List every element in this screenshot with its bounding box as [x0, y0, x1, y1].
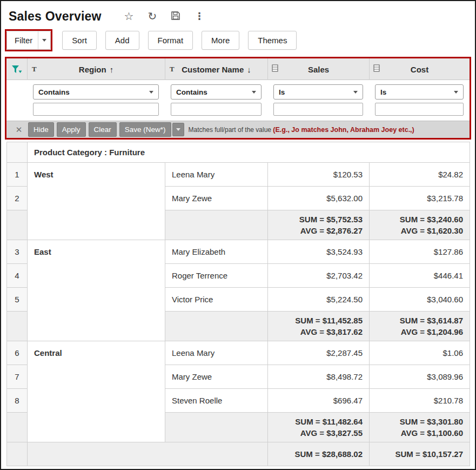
- customer-cell[interactable]: Victor Price: [165, 288, 268, 312]
- save-dropdown-button[interactable]: [172, 123, 184, 136]
- sales-cell[interactable]: $5,224.50: [268, 288, 370, 312]
- title-actions: ☆ ↻ ⋮: [124, 11, 205, 22]
- horizontal-scrollbar[interactable]: ‹: [6, 466, 475, 470]
- selected-operator: Contains: [176, 88, 207, 96]
- cost-operator-select[interactable]: Is: [375, 84, 464, 100]
- customer-cell[interactable]: Leena Mary: [165, 341, 268, 365]
- cost-cell[interactable]: $3,040.60: [370, 288, 470, 312]
- customer-cell[interactable]: Steven Roelle: [165, 389, 268, 413]
- spacer: [6, 103, 27, 116]
- cost-cell[interactable]: $3,215.78: [370, 187, 470, 210]
- chevron-down-icon: [149, 91, 153, 94]
- sort-asc-icon[interactable]: ↑: [110, 65, 114, 74]
- customer-cell[interactable]: Leena Mary: [165, 163, 268, 187]
- cost-cell[interactable]: $210.78: [370, 389, 470, 413]
- row-number-cell[interactable]: 4: [7, 264, 28, 288]
- chevron-down-icon: [353, 91, 358, 94]
- row-number-cell[interactable]: 7: [7, 365, 28, 389]
- table-row: 1WestLeena Mary$120.53$24.82: [7, 163, 470, 187]
- region-operator-select[interactable]: Contains: [33, 84, 159, 100]
- spacer: [6, 84, 27, 100]
- sales-cell[interactable]: $5,632.00: [268, 187, 370, 210]
- filter-dropdown-arrow[interactable]: [38, 31, 50, 49]
- sales-subtotal-cell: SUM = $11,482.64AVG = $3,827.55: [268, 413, 370, 442]
- star-icon[interactable]: ☆: [124, 11, 134, 22]
- cost-cell[interactable]: $3,089.96: [370, 365, 470, 389]
- row-number-cell[interactable]: 8: [7, 389, 28, 413]
- save-icon[interactable]: [171, 11, 180, 22]
- cost-cell[interactable]: $446.41: [370, 264, 470, 288]
- row-number-cell[interactable]: 6: [7, 341, 28, 365]
- numeric-column-icon: [373, 64, 380, 74]
- row-number-cell[interactable]: 2: [7, 187, 28, 210]
- row-number-cell: [7, 142, 28, 163]
- column-header-region[interactable]: T Region ↑: [27, 58, 165, 80]
- clear-button[interactable]: Clear: [89, 122, 117, 137]
- filter-button-label: Filter: [7, 31, 38, 49]
- region-cell[interactable]: West: [28, 163, 165, 240]
- chevron-down-icon: [252, 91, 256, 94]
- sales-cell[interactable]: $3,524.93: [268, 240, 370, 264]
- region-cell[interactable]: East: [28, 240, 165, 341]
- save-new-button[interactable]: Save (New*): [119, 122, 171, 137]
- themes-button[interactable]: Themes: [248, 31, 297, 50]
- column-label: Cost: [411, 65, 428, 74]
- customer-operator-select[interactable]: Contains: [171, 84, 262, 100]
- sales-cell[interactable]: $2,703.42: [268, 264, 370, 288]
- row-number-cell[interactable]: 3: [7, 240, 28, 264]
- customer-cell[interactable]: Mary Elizabeth: [165, 240, 268, 264]
- column-header-cost[interactable]: Cost: [369, 58, 470, 80]
- customer-cell[interactable]: Mary Zewe: [165, 187, 268, 210]
- selected-operator: Contains: [38, 88, 70, 96]
- scroll-left-icon[interactable]: ‹: [31, 468, 35, 470]
- region-filter-input[interactable]: [33, 103, 159, 116]
- cost-cell[interactable]: $24.82: [370, 163, 470, 187]
- close-icon[interactable]: ✕: [10, 125, 28, 135]
- filter-corner-cell[interactable]: [6, 58, 27, 80]
- sort-button[interactable]: Sort: [62, 31, 97, 50]
- customer-cell[interactable]: Mary Zewe: [165, 365, 268, 389]
- column-header-customer-name[interactable]: T Customer Name ↓: [165, 58, 267, 80]
- sales-cell[interactable]: $2,287.45: [268, 341, 370, 365]
- sales-operator-select[interactable]: Is: [273, 84, 363, 100]
- more-menu-icon[interactable]: ⋮: [195, 11, 204, 21]
- subtotal-spacer-cell: [165, 312, 268, 341]
- toolbar: Filter Sort Add Format More Themes: [1, 28, 475, 56]
- sales-cell[interactable]: $8,498.72: [268, 365, 370, 389]
- column-label: Sales: [308, 65, 329, 74]
- title-bar: Sales Overview ☆ ↻ ⋮: [1, 1, 475, 28]
- customer-cell[interactable]: Roger Terrence: [165, 264, 268, 288]
- add-button[interactable]: Add: [105, 31, 139, 50]
- filter-button[interactable]: Filter: [6, 31, 51, 50]
- filter-hint-text: Matches full/part of the value (E.g., Jo…: [189, 126, 414, 134]
- sales-filter-input[interactable]: [273, 103, 363, 116]
- apply-button[interactable]: Apply: [57, 122, 86, 137]
- sort-desc-icon[interactable]: ↓: [247, 65, 251, 74]
- sales-cell[interactable]: $120.53: [268, 163, 370, 187]
- filter-panel: T Region ↑ T Customer Name ↓ Sales: [6, 58, 470, 138]
- cost-grand-total-cell: SUM = $10,157.27: [370, 442, 470, 466]
- sales-cell[interactable]: $696.47: [268, 389, 370, 413]
- chevron-down-icon: [454, 91, 458, 94]
- grand-total-row: SUM = $28,688.02SUM = $10,157.27: [7, 442, 470, 466]
- app-window: Sales Overview ☆ ↻ ⋮ Filter Sort Add For…: [0, 0, 476, 470]
- cost-cell[interactable]: $127.86: [370, 240, 470, 264]
- more-button[interactable]: More: [202, 31, 239, 50]
- selected-operator: Is: [279, 88, 285, 96]
- cost-subtotal-cell: SUM = $3,240.60AVG = $1,620.30: [370, 210, 470, 240]
- hide-button[interactable]: Hide: [28, 122, 54, 137]
- cost-filter-input[interactable]: [375, 103, 464, 116]
- region-cell[interactable]: Central: [28, 341, 165, 442]
- sales-grand-total-cell: SUM = $28,688.02: [268, 442, 370, 466]
- cost-cell[interactable]: $1.06: [370, 341, 470, 365]
- row-number-cell[interactable]: 5: [7, 288, 28, 312]
- grand-total-spacer-cell: [28, 442, 268, 466]
- column-header-sales[interactable]: Sales: [267, 58, 369, 80]
- selected-operator: Is: [380, 88, 386, 96]
- refresh-icon[interactable]: ↻: [148, 11, 157, 22]
- row-number-cell[interactable]: 1: [7, 163, 28, 187]
- customer-filter-input[interactable]: [171, 103, 262, 116]
- table-row: 6CentralLeena Mary$2,287.45$1.06: [7, 341, 470, 365]
- format-button[interactable]: Format: [148, 31, 193, 50]
- column-label: Region: [79, 65, 106, 74]
